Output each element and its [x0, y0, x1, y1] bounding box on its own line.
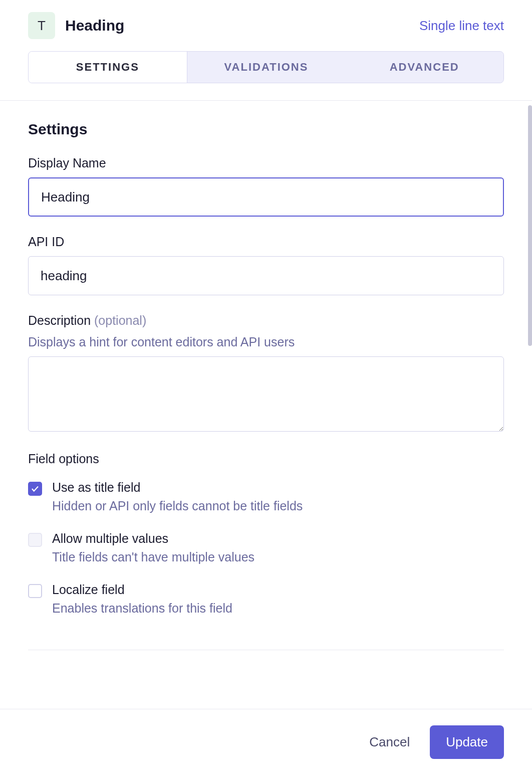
title-field-label: Use as title field	[52, 480, 504, 495]
api-id-input[interactable]	[28, 256, 504, 295]
description-label-text: Description	[28, 313, 91, 327]
option-multiple-values: Allow multiple values Title fields can't…	[28, 531, 504, 564]
header-left: T Heading	[28, 12, 124, 39]
tabs: Settings Validations Advanced	[28, 51, 504, 83]
description-hint: Displays a hint for content editors and …	[28, 335, 504, 349]
content-area: Settings Display Name API ID Description…	[0, 101, 532, 634]
tab-settings[interactable]: Settings	[29, 52, 187, 83]
display-name-input[interactable]	[28, 177, 504, 217]
header: T Heading Single line text	[0, 0, 532, 51]
field-options-title: Field options	[28, 452, 504, 466]
tab-advanced[interactable]: Advanced	[345, 52, 503, 83]
description-group: Description (optional) Displays a hint f…	[28, 313, 504, 434]
multiple-values-hint: Title fields can't have multiple values	[52, 550, 504, 564]
title-field-hint: Hidden or API only fields cannot be titl…	[52, 499, 504, 513]
description-optional: (optional)	[94, 313, 146, 327]
description-input[interactable]	[28, 356, 504, 432]
title-field-content: Use as title field Hidden or API only fi…	[52, 480, 504, 513]
scrollbar[interactable]	[528, 105, 532, 346]
content-bottom-divider	[28, 650, 504, 650]
text-field-icon: T	[28, 12, 55, 39]
option-localize-field: Localize field Enables translations for …	[28, 583, 504, 616]
api-id-group: API ID	[28, 235, 504, 295]
field-type-label: Single line text	[419, 18, 504, 34]
localize-field-label: Localize field	[52, 583, 504, 597]
field-title: Heading	[65, 17, 124, 34]
multiple-values-label: Allow multiple values	[52, 531, 504, 546]
description-label: Description (optional)	[28, 313, 504, 328]
multiple-values-checkbox	[28, 533, 42, 547]
section-title: Settings	[28, 121, 504, 138]
cancel-button[interactable]: Cancel	[367, 730, 412, 754]
localize-field-content: Localize field Enables translations for …	[52, 583, 504, 616]
icon-letter: T	[38, 18, 46, 34]
update-button[interactable]: Update	[430, 725, 504, 759]
title-field-checkbox[interactable]	[28, 482, 42, 496]
api-id-label: API ID	[28, 235, 504, 249]
display-name-group: Display Name	[28, 156, 504, 217]
localize-field-hint: Enables translations for this field	[52, 601, 504, 616]
footer-actions: Cancel Update	[0, 709, 532, 775]
footer: Cancel Update	[0, 709, 532, 775]
display-name-label: Display Name	[28, 156, 504, 170]
check-icon	[31, 484, 40, 493]
option-title-field: Use as title field Hidden or API only fi…	[28, 480, 504, 513]
localize-field-checkbox[interactable]	[28, 584, 42, 598]
tab-validations[interactable]: Validations	[187, 52, 346, 83]
multiple-values-content: Allow multiple values Title fields can't…	[52, 531, 504, 564]
